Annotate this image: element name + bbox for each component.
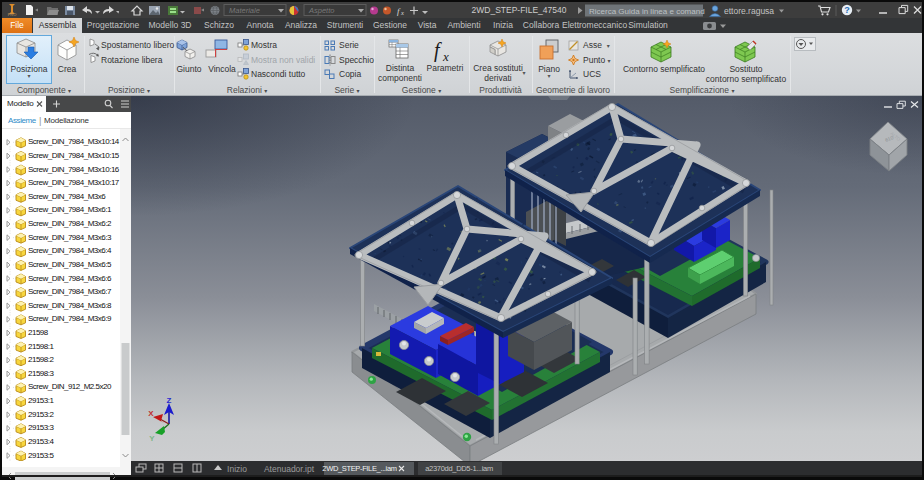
svg-text:f: f: [434, 39, 442, 62]
svg-text:Aspetto: Aspetto: [308, 6, 334, 15]
svg-text:x: x: [442, 49, 449, 64]
svg-text:Materiale: Materiale: [229, 6, 260, 15]
svg-text:Z: Z: [167, 396, 172, 405]
svg-text:X: X: [148, 409, 154, 418]
svg-text:Ricerca Guida in linea e coman: Ricerca Guida in linea e comand: [589, 7, 705, 16]
svg-text:?: ?: [844, 5, 850, 15]
svg-text:2WD_STEP-FILE_47540: 2WD_STEP-FILE_47540: [472, 5, 567, 15]
svg-text:Y: Y: [149, 434, 155, 443]
svg-text:x: x: [400, 9, 404, 16]
svg-text:ettore.ragusa: ettore.ragusa: [724, 6, 774, 16]
svg-text:PRO: PRO: [8, 12, 17, 17]
